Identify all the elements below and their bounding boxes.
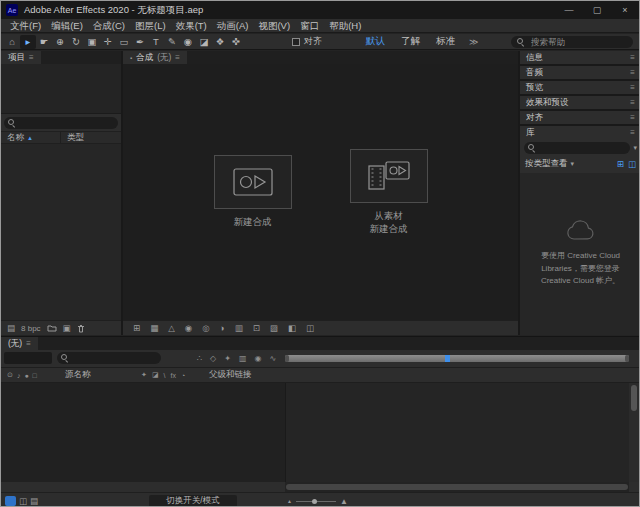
project-search-input[interactable] <box>19 117 114 128</box>
toggle-transfer-controls-pane-icon[interactable]: ◫ <box>19 496 27 506</box>
toggle-in-out-pane-icon[interactable]: ▤ <box>30 496 38 506</box>
eye-icon[interactable]: ⊙ <box>7 371 13 379</box>
column-header-type[interactable]: 类型 <box>61 132 121 143</box>
effects-icon[interactable]: fx <box>170 372 175 379</box>
view-layout-menu-icon[interactable]: ◫ <box>306 324 314 333</box>
menu-item[interactable]: 动画(A) <box>212 19 254 33</box>
grid-view-icon[interactable]: ⊞ <box>617 159 624 169</box>
trash-icon[interactable] <box>77 324 85 333</box>
project-search-box[interactable] <box>4 117 118 129</box>
tab-composition[interactable]: ▪ 合成 (无) ≡ <box>123 51 187 64</box>
show-channel-icon[interactable]: ◑ <box>220 324 225 333</box>
view-by-type-dropdown[interactable]: 按类型查看 <box>525 158 568 170</box>
workspace-tab[interactable]: 了解 <box>401 35 420 48</box>
new-folder-icon[interactable] <box>47 324 57 332</box>
show-snapshot-icon[interactable]: ◎ <box>202 324 209 333</box>
zoom-slider-track[interactable] <box>296 501 336 502</box>
take-snapshot-icon[interactable]: ◉ <box>185 324 192 333</box>
menu-item[interactable]: 合成(C) <box>88 19 130 33</box>
layer-list-area[interactable] <box>1 383 285 482</box>
camera-tool-icon[interactable]: ▣ <box>84 35 100 49</box>
home-tool-icon[interactable]: ⌂ <box>4 35 20 49</box>
interpret-footage-icon[interactable]: ▤ <box>7 324 15 333</box>
help-search-input[interactable] <box>529 36 627 48</box>
resolution-menu-icon[interactable]: ▥ <box>235 324 243 333</box>
selection-tool-icon[interactable]: ▸ <box>20 35 36 49</box>
lock-icon[interactable]: □ <box>33 372 37 379</box>
panel-menu-icon[interactable]: ≡ <box>26 339 31 348</box>
collapsed-panel-header[interactable]: 预览 ≡ <box>520 81 640 94</box>
zoom-slider-thumb[interactable] <box>312 499 317 504</box>
collapsed-panel-header[interactable]: 音频 ≡ <box>520 66 640 79</box>
new-composition-from-footage-button[interactable]: 从素材 新建合成 <box>350 149 428 235</box>
brush-tool-icon[interactable]: ✎ <box>164 35 180 49</box>
playhead-marker[interactable] <box>445 355 450 362</box>
panel-menu-icon[interactable]: ≡ <box>29 53 34 62</box>
scrollbar-thumb[interactable] <box>286 484 628 490</box>
motion-blur-switch-icon[interactable]: ◔ <box>181 372 185 379</box>
panel-menu-icon[interactable]: ≡ <box>630 128 635 137</box>
solo-icon[interactable]: ● <box>24 372 28 379</box>
tab-timeline[interactable]: (无) ≡ <box>1 337 38 350</box>
collapse-transformations-icon[interactable]: ◪ <box>152 371 159 379</box>
libraries-panel-header[interactable]: 库 ≡ <box>520 126 640 139</box>
timeline-horizontal-scrollbar[interactable] <box>285 482 629 492</box>
panel-lock-icon[interactable]: ▪ <box>130 55 132 61</box>
orbit-camera-tool-icon[interactable]: ↻ <box>68 35 84 49</box>
workspace-overflow-button[interactable]: ≫ <box>469 37 478 47</box>
3d-view-menu-icon[interactable]: ◧ <box>288 324 296 333</box>
timeline-search-box[interactable] <box>57 352 161 364</box>
menu-item[interactable]: 文件(F) <box>5 19 46 33</box>
column-header-source-name[interactable]: 源名称 <box>65 368 91 382</box>
pen-tool-icon[interactable]: ✒ <box>132 35 148 49</box>
scrollbar-thumb[interactable] <box>631 385 637 411</box>
zoom-in-icon[interactable]: ▲ <box>340 497 348 506</box>
shape-tool-icon[interactable]: ▭ <box>116 35 132 49</box>
panel-menu-icon[interactable]: ≡ <box>175 53 180 62</box>
frame-blending-icon[interactable]: ▥ <box>239 354 247 363</box>
new-composition-icon[interactable]: ▣ <box>63 324 71 333</box>
menu-item[interactable]: 窗口 <box>295 19 324 33</box>
workspace-tab[interactable]: 默认 <box>366 35 385 48</box>
menu-item[interactable]: 视图(V) <box>253 19 295 33</box>
new-composition-button[interactable]: 新建合成 <box>214 155 292 228</box>
graph-editor-icon[interactable]: ∿ <box>270 354 277 363</box>
libraries-search-input[interactable] <box>539 143 626 154</box>
libraries-search-box[interactable] <box>524 142 630 154</box>
toggle-layer-switches-pane-icon[interactable] <box>5 496 16 506</box>
grid-and-guide-options-icon[interactable]: ▦ <box>150 324 158 333</box>
menu-item[interactable]: 图层(L) <box>130 19 171 33</box>
comp-mini-flowchart-icon[interactable]: ∴ <box>197 354 202 363</box>
column-header-parent-link[interactable]: 父级和链接 <box>209 368 252 382</box>
transparency-grid-icon[interactable]: ▨ <box>270 324 278 333</box>
track-area[interactable] <box>285 383 629 482</box>
color-depth-button[interactable]: 8 bpc <box>21 324 41 333</box>
panel-menu-icon[interactable]: ≡ <box>630 53 635 62</box>
close-button[interactable]: × <box>611 1 639 19</box>
pan-behind-tool-icon[interactable]: ✛ <box>100 35 116 49</box>
list-view-icon[interactable]: ◫ <box>628 159 636 169</box>
eraser-tool-icon[interactable]: ◪ <box>196 35 212 49</box>
hand-tool-icon[interactable]: ☛ <box>36 35 52 49</box>
panel-menu-icon[interactable]: ≡ <box>630 98 635 107</box>
menu-item[interactable]: 效果(T) <box>171 19 212 33</box>
panel-menu-icon[interactable]: ≡ <box>630 68 635 77</box>
collapsed-panel-header[interactable]: 信息 ≡ <box>520 51 640 64</box>
shy-icon[interactable]: ✦ <box>141 371 147 379</box>
menu-item[interactable]: 帮助(H) <box>324 19 366 33</box>
type-tool-icon[interactable]: T <box>148 35 164 49</box>
project-item-list[interactable] <box>1 144 121 320</box>
maximize-button[interactable]: ▢ <box>583 1 611 19</box>
clone-stamp-tool-icon[interactable]: ◉ <box>180 35 196 49</box>
collapsed-panel-header[interactable]: 效果和预设 ≡ <box>520 96 640 109</box>
zoom-out-icon[interactable]: ▲ <box>287 498 292 504</box>
draft-3d-icon[interactable]: ◇ <box>210 354 216 363</box>
hide-shy-layers-icon[interactable]: ✦ <box>224 354 231 363</box>
zoom-tool-icon[interactable]: ⊕ <box>52 35 68 49</box>
puppet-pin-tool-icon[interactable]: ✜ <box>228 35 244 49</box>
mask-path-visibility-icon[interactable]: △ <box>168 324 175 333</box>
menu-item[interactable]: 编辑(E) <box>46 19 88 33</box>
timeline-search-input[interactable] <box>72 353 157 364</box>
motion-blur-icon[interactable]: ◉ <box>255 354 262 363</box>
current-time-field[interactable] <box>4 352 52 364</box>
